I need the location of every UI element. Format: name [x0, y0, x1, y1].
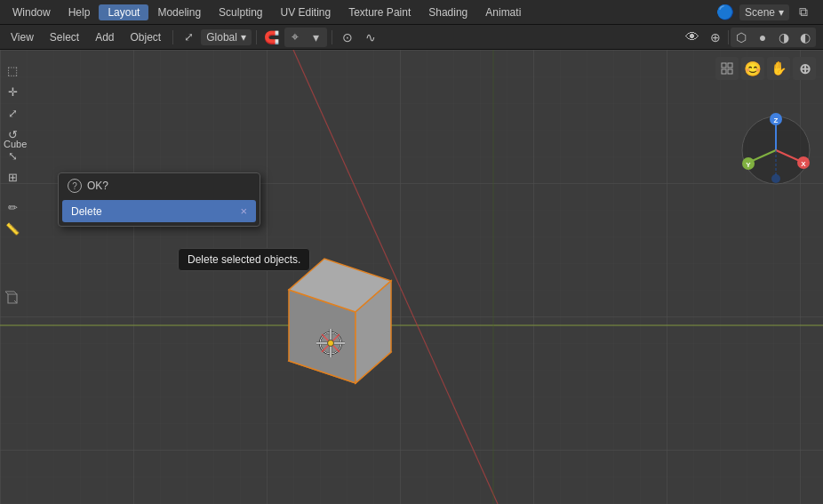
svg-rect-26: [722, 69, 726, 74]
svg-text:Y: Y: [746, 161, 751, 169]
svg-text:Z: Z: [774, 116, 779, 124]
snap-group: ⌖ ▾: [284, 28, 327, 47]
menu-uv-editing[interactable]: UV Editing: [271, 4, 340, 20]
viewport-options-icon[interactable]: 👁: [682, 28, 703, 47]
menu-shading[interactable]: Shading: [419, 4, 476, 20]
add-menu[interactable]: Add: [88, 29, 121, 45]
select-box-tool[interactable]: ⬚: [3, 60, 22, 80]
cycles-icon[interactable]: 🔵: [715, 3, 736, 22]
dialog-delete-button[interactable]: Delete ×: [62, 200, 256, 222]
svg-rect-24: [722, 63, 726, 68]
move-tool[interactable]: ⤢: [3, 103, 22, 123]
menu-window[interactable]: Window: [4, 4, 60, 20]
right-gizmos-panel: 😊 ✋ ⊕ Z X Y: [715, 57, 816, 80]
snap-options-icon[interactable]: ▾: [306, 28, 327, 47]
menu-layout[interactable]: Layout: [99, 4, 148, 20]
dialog-question-label: OK?: [87, 180, 108, 192]
gizmo-icon[interactable]: ⊕: [705, 28, 726, 47]
menu-sculpting[interactable]: Sculpting: [210, 4, 271, 20]
rendered-shading[interactable]: ◐: [795, 28, 816, 47]
shading-group: ⬡ ● ◑ ◐: [731, 28, 816, 47]
viewport-hand-btn[interactable]: ✋: [767, 57, 790, 80]
svg-rect-27: [728, 69, 732, 74]
transform-tool[interactable]: ⊞: [3, 167, 22, 187]
3d-cube-object[interactable]: [267, 245, 413, 414]
viewport-grid-btn[interactable]: [715, 57, 739, 80]
object-menu[interactable]: Object: [124, 29, 169, 45]
proportional-falloff-icon[interactable]: ∿: [360, 28, 381, 47]
second-toolbar: View Select Add Object ⤢ Global ▾ 🧲 ⌖ ▾ …: [0, 25, 823, 50]
axis-navigation-widget[interactable]: Z X Y: [736, 110, 807, 181]
wireframe-shading[interactable]: ⬡: [731, 28, 752, 47]
select-menu[interactable]: Select: [43, 29, 86, 45]
solid-shading[interactable]: ●: [752, 28, 773, 47]
rotate-tool[interactable]: ↺: [3, 124, 22, 144]
top-gizmo-row: 😊 ✋ ⊕: [715, 57, 816, 80]
tool-separator: [3, 188, 22, 196]
separator-3: [332, 30, 332, 44]
sep: [728, 30, 729, 44]
svg-point-39: [771, 174, 780, 183]
material-shading[interactable]: ◑: [773, 28, 795, 47]
dropdown-arrow: ▾: [241, 31, 246, 44]
cursor-tool[interactable]: ✛: [3, 82, 22, 101]
viewport-face-btn[interactable]: 😊: [741, 57, 764, 80]
dialog-delete-label: Delete: [71, 205, 102, 218]
scale-tool[interactable]: ⤡: [3, 146, 22, 165]
dialog-close-icon[interactable]: ×: [240, 204, 247, 218]
menu-help[interactable]: Help: [60, 4, 100, 20]
transform-orientation-dropdown[interactable]: Global ▾: [201, 29, 252, 45]
menu-texture-paint[interactable]: Texture Paint: [340, 4, 419, 20]
svg-rect-25: [728, 63, 732, 68]
left-toolbar: ⬚ ✛ ⤢ ↺ ⤡ ⊞ ✏ 📏: [0, 57, 25, 242]
delete-dialog: ? OK? Delete ×: [58, 172, 260, 227]
menu-modeling[interactable]: Modeling: [148, 4, 210, 20]
3d-viewport[interactable]: Cube ⬚ ✛ ⤢ ↺ ⤡ ⊞ ✏ 📏: [0, 50, 823, 504]
snap-icon[interactable]: 🧲: [261, 28, 283, 47]
copy-scene-icon[interactable]: ⧉: [793, 3, 814, 22]
view-menu[interactable]: View: [4, 29, 41, 45]
transform-icon[interactable]: ⤢: [178, 28, 199, 47]
viewport-add-btn[interactable]: ⊕: [793, 57, 816, 80]
small-cube-indicator: [4, 290, 21, 310]
annotate-tool[interactable]: ✏: [3, 197, 22, 217]
render-engine-dropdown[interactable]: Scene ▾: [739, 4, 789, 20]
snap-to-icon[interactable]: ⌖: [284, 28, 306, 47]
top-menu-bar: Window Help Layout Modeling Sculpting UV…: [0, 0, 823, 25]
menu-animation[interactable]: Animati: [476, 4, 530, 20]
separator-2: [256, 30, 257, 44]
dialog-question-icon: ?: [68, 179, 82, 193]
proportional-editing-icon[interactable]: ⊙: [337, 28, 358, 47]
dialog-header: ? OK?: [59, 173, 260, 198]
measure-tool[interactable]: 📏: [3, 219, 22, 238]
separator-1: [172, 30, 173, 44]
scene-label: Scene: [745, 6, 775, 19]
svg-text:X: X: [801, 160, 806, 168]
dropdown-arrow: ▾: [779, 6, 784, 19]
